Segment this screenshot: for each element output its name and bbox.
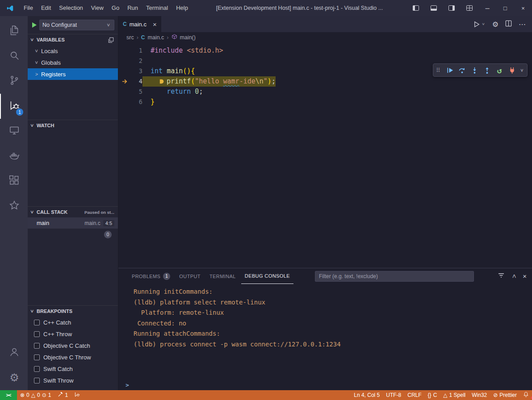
disconnect-button[interactable]	[507, 65, 517, 75]
code-line[interactable]: 5 return 0;	[118, 87, 532, 97]
tab-close-icon[interactable]: ×	[153, 21, 157, 28]
stack-frame-row[interactable]: main main.c 4:5	[28, 217, 118, 229]
breakpoint-objc-catch[interactable]: Objective C Catch	[28, 340, 118, 351]
activitybar-item-remote-explorer[interactable]	[0, 119, 28, 144]
continue-button[interactable]	[444, 65, 455, 75]
collapse-panel-icon[interactable]: >	[510, 274, 518, 279]
maximize-button[interactable]: □	[496, 0, 514, 16]
variables-scope-registers[interactable]: > Registers	[28, 68, 118, 80]
gutter-glyph[interactable]	[118, 87, 131, 97]
tab-problems[interactable]: PROBLEMS 1	[128, 268, 174, 284]
minimize-button[interactable]: ─	[478, 0, 496, 16]
code-text[interactable]: }	[142, 97, 155, 107]
breakpoint-objc-throw[interactable]: Objective C Throw	[28, 351, 118, 363]
code-text[interactable]: #include <stdio.h>	[142, 46, 223, 56]
code-line-current[interactable]: 4 printf("hello wamr-ide\n");	[118, 76, 532, 87]
toggle-sidebar-icon[interactable]	[407, 0, 425, 16]
checkbox-unchecked[interactable]	[34, 366, 40, 372]
step-out-button[interactable]	[482, 65, 492, 75]
gutter-glyph[interactable]	[118, 56, 131, 66]
tab-debug-console[interactable]: DEBUG CONSOLE	[241, 268, 293, 284]
menu-help[interactable]: Help	[172, 0, 192, 16]
breadcrumb-src[interactable]: src	[126, 34, 134, 41]
menu-go[interactable]: Go	[108, 0, 123, 16]
breakpoint-swift-catch[interactable]: Swift Catch	[28, 363, 118, 375]
code-line[interactable]: 6 }	[118, 97, 532, 107]
activitybar-item-run-debug[interactable]: 1	[0, 94, 28, 119]
code-line[interactable]: 1 #include <stdio.h>	[118, 46, 532, 56]
menu-run[interactable]: Run	[123, 0, 142, 16]
debug-status[interactable]	[71, 392, 83, 399]
more-actions-icon[interactable]: ⋯	[519, 20, 526, 29]
menu-file[interactable]: File	[20, 0, 37, 16]
checkbox-unchecked[interactable]	[34, 331, 40, 337]
code-text[interactable]: return 0;	[142, 87, 203, 97]
breakpoint-swift-throw[interactable]: Swift Throw	[28, 375, 118, 386]
checkbox-unchecked[interactable]	[34, 343, 40, 349]
remote-indicator[interactable]: ><	[0, 390, 17, 400]
gutter-glyph[interactable]	[118, 66, 131, 76]
inline-breakpoint-icon[interactable]	[159, 79, 167, 84]
toolchain-status[interactable]: 1	[54, 392, 71, 399]
drag-grip-icon[interactable]: ⠿	[436, 67, 442, 74]
customize-layout-icon[interactable]	[461, 0, 478, 16]
breakpoint-cpp-catch[interactable]: C++ Catch	[28, 317, 118, 328]
tab-output[interactable]: OUTPUT	[176, 268, 204, 284]
step-over-button[interactable]	[457, 65, 467, 75]
toggle-secondary-sidebar-icon[interactable]	[443, 0, 461, 16]
tab-terminal[interactable]: TERMINAL	[206, 268, 239, 284]
spell-checker-status[interactable]: △ 1 Spell	[440, 392, 469, 398]
breakpoints-header[interactable]: > BREAKPOINTS	[28, 306, 118, 317]
debug-config-dropdown[interactable]: No Configurat >	[39, 20, 114, 30]
tab-main-c[interactable]: C main.c ×	[118, 16, 161, 32]
gear-icon[interactable]: ⚙	[492, 20, 498, 29]
toggle-panel-icon[interactable]	[425, 0, 443, 16]
gutter-glyph[interactable]	[118, 46, 131, 56]
platform-indicator[interactable]: Win32	[469, 392, 490, 398]
start-debugging-icon[interactable]	[32, 22, 37, 28]
checkbox-unchecked[interactable]	[34, 320, 40, 325]
split-editor-icon[interactable]	[505, 20, 512, 29]
breadcrumb-file[interactable]: main.c	[148, 34, 164, 41]
filter-icon[interactable]	[498, 272, 505, 281]
code-text[interactable]	[142, 56, 151, 66]
activitybar-item-search[interactable]	[0, 44, 28, 69]
restart-button[interactable]: ↺	[494, 65, 505, 75]
checkbox-unchecked[interactable]	[34, 354, 40, 360]
code-text[interactable]: printf("hello wamr-ide\n");	[142, 76, 276, 87]
activitybar-item-explorer[interactable]	[0, 19, 28, 44]
checkbox-unchecked[interactable]	[34, 378, 40, 383]
cursor-position[interactable]: Ln 4, Col 5	[351, 392, 383, 398]
menu-edit[interactable]: Edit	[37, 0, 55, 16]
menu-view[interactable]: View	[87, 0, 108, 16]
variables-header[interactable]: > VARIABLES	[28, 34, 118, 45]
debug-console-input[interactable]: >	[118, 379, 532, 390]
breadcrumb-symbol[interactable]: main()	[180, 34, 196, 41]
menu-selection[interactable]: Selection	[55, 0, 87, 16]
activitybar-item-account[interactable]	[0, 340, 28, 365]
activitybar-item-settings[interactable]: ⚙	[0, 365, 28, 390]
watch-header[interactable]: > WATCH	[28, 120, 118, 131]
close-button[interactable]: ×	[514, 0, 532, 16]
call-stack-header[interactable]: > CALL STACK Paused on st...	[28, 207, 118, 217]
activitybar-item-extensions[interactable]	[0, 169, 28, 194]
variables-scope-globals[interactable]: > Globals	[28, 57, 118, 68]
collapse-all-icon[interactable]	[108, 37, 114, 43]
formatter-status[interactable]: ⊘ Prettier	[490, 392, 520, 398]
language-mode[interactable]: {} C	[425, 392, 440, 398]
problems-status[interactable]: ⊗ 0 △ 0 ⊙ 1	[17, 392, 54, 398]
debug-current-line-arrow-icon[interactable]	[118, 76, 131, 87]
run-file-icon[interactable]: >	[473, 21, 486, 28]
breakpoint-cpp-throw[interactable]: C++ Throw	[28, 328, 118, 340]
activitybar-item-source-control[interactable]	[0, 69, 28, 94]
eol-indicator[interactable]: CRLF	[404, 392, 424, 398]
console-filter-input[interactable]	[315, 271, 474, 282]
chevron-down-icon[interactable]: >	[519, 67, 525, 73]
menu-terminal[interactable]: Terminal	[142, 0, 172, 16]
encoding-indicator[interactable]: UTF-8	[383, 392, 404, 398]
gutter-glyph[interactable]	[118, 97, 131, 107]
variables-scope-locals[interactable]: > Locals	[28, 45, 118, 57]
activitybar-item-favorites[interactable]	[0, 194, 28, 219]
notifications-bell[interactable]	[520, 392, 532, 399]
close-panel-icon[interactable]: ×	[523, 272, 527, 280]
